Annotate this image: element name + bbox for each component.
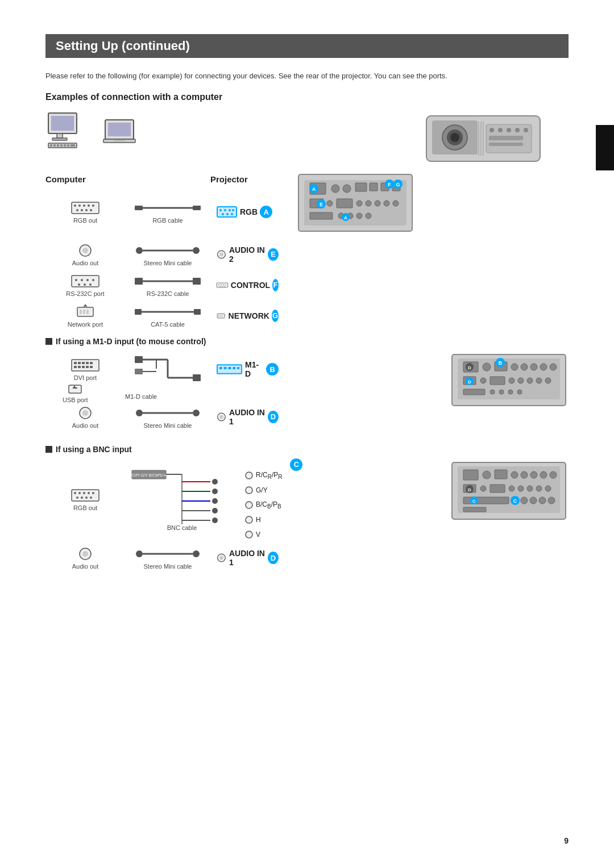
svg-point-176 [499, 390, 504, 394]
cable-stereo-mini-2: Stereo Mini cable [125, 405, 210, 429]
computer-header: Computer [45, 174, 125, 184]
svg-rect-5 [50, 144, 52, 147]
svg-point-193 [85, 496, 88, 499]
svg-text:C: C [513, 498, 517, 504]
bnc-cable-label: BNC cable [167, 524, 197, 531]
svg-rect-174 [463, 389, 485, 395]
svg-point-194 [90, 496, 92, 499]
svg-point-23 [498, 128, 503, 132]
device-network-port: Network port [45, 304, 125, 328]
svg-text:F: F [388, 182, 391, 187]
svg-rect-127 [90, 362, 93, 364]
svg-rect-144 [229, 367, 231, 369]
svg-point-22 [489, 128, 494, 132]
svg-point-47 [224, 209, 226, 211]
svg-point-186 [74, 492, 76, 494]
connection-row-audio1-m1d: Audio out Stereo Mini cable [45, 405, 438, 429]
svg-rect-44 [193, 206, 201, 210]
svg-point-236 [527, 486, 533, 491]
svg-point-212 [246, 516, 252, 523]
m1d-cable-label-area: M1-D cable [125, 392, 438, 400]
svg-rect-124 [78, 362, 81, 364]
rs232c-port-label: RS-232C port [66, 290, 104, 297]
svg-point-227 [521, 471, 528, 478]
cat5-cable-label: CAT-5 cable [151, 321, 185, 328]
desktop-computer-icon [45, 110, 85, 152]
projector-back-panel-1: F G E A A [296, 172, 415, 236]
svg-point-178 [517, 390, 522, 394]
stereo-mini-cable-bnc-label: Stereo Mini cable [144, 563, 192, 570]
svg-point-215 [82, 551, 88, 557]
svg-rect-100 [135, 278, 143, 285]
cable-stereo-mini-bnc: Stereo Mini cable [125, 546, 210, 570]
badge-f-main: F [272, 279, 279, 291]
svg-rect-146 [237, 367, 239, 369]
svg-point-96 [92, 279, 94, 281]
svg-text:A: A [312, 186, 316, 192]
svg-point-69 [393, 201, 399, 206]
svg-point-50 [222, 213, 224, 215]
svg-rect-139 [135, 369, 143, 374]
connection-row-rgb: RGB out RGB cable [45, 189, 569, 236]
svg-point-24 [507, 128, 511, 132]
connection-row-network: Network port CAT-5 cable [45, 304, 569, 328]
svg-point-95 [86, 279, 89, 281]
device-rgb-out: RGB out [45, 200, 125, 224]
svg-text:E: E [320, 202, 323, 207]
svg-rect-245 [463, 507, 486, 512]
intro-text: Please refer to the following (for examp… [45, 70, 569, 82]
bnc-port-labels: R/CR/PR G/Y B/CB/PB [239, 460, 341, 540]
svg-rect-130 [82, 366, 85, 368]
bnc-r-label: R/CR/PR [244, 471, 282, 480]
svg-point-40 [85, 209, 88, 211]
badge-d-m1d: D [268, 411, 279, 423]
audio-in-1-label: AUDIO IN 1 [229, 408, 265, 426]
svg-rect-1 [51, 116, 74, 131]
svg-rect-9 [64, 144, 66, 147]
device-rs232c-port: RS-232C port [45, 273, 125, 297]
svg-point-216 [136, 550, 143, 557]
svg-point-155 [219, 415, 223, 419]
m1d-cable-label: M1-D cable [125, 393, 157, 400]
svg-point-229 [540, 471, 547, 478]
bnc-h-label: H [244, 515, 282, 524]
device-rgb-out-bnc: RGB out [45, 487, 125, 511]
svg-point-161 [511, 364, 518, 370]
svg-rect-7 [57, 144, 59, 147]
svg-point-213 [246, 531, 252, 538]
svg-rect-123 [74, 362, 77, 364]
device-dvi-port: DVI port [45, 357, 125, 381]
svg-point-91 [219, 252, 223, 256]
svg-point-187 [78, 492, 81, 494]
svg-point-172 [536, 378, 542, 383]
svg-rect-233 [490, 485, 505, 493]
port-control: CONTROL F [210, 279, 279, 291]
badge-b: B [266, 363, 279, 375]
svg-point-190 [92, 492, 94, 494]
svg-point-36 [88, 205, 90, 207]
svg-rect-119 [218, 315, 219, 316]
svg-point-159 [483, 363, 491, 371]
badge-d-bnc: D [268, 552, 279, 564]
dvi-port-label: DVI port [74, 374, 97, 381]
svg-point-33 [74, 205, 76, 207]
badge-g: G [272, 310, 279, 322]
badge-c: C [290, 458, 302, 471]
network-port-bold-label: NETWORK [229, 311, 269, 320]
device-audio-out-bnc: Audio out [45, 546, 125, 570]
svg-rect-11 [70, 144, 75, 147]
svg-text:C: C [472, 499, 476, 504]
svg-rect-58 [355, 183, 367, 191]
svg-point-173 [545, 378, 551, 383]
rgb-out-bnc-label: RGB out [73, 504, 97, 511]
svg-point-150 [82, 410, 88, 416]
svg-point-169 [509, 378, 515, 383]
svg-point-243 [539, 497, 546, 504]
svg-point-151 [136, 410, 143, 416]
svg-rect-225 [495, 470, 507, 479]
svg-rect-143 [224, 367, 227, 369]
svg-rect-59 [370, 183, 377, 191]
projector-header: Projector [210, 174, 279, 184]
svg-rect-13 [108, 123, 131, 136]
svg-rect-114 [86, 310, 89, 314]
